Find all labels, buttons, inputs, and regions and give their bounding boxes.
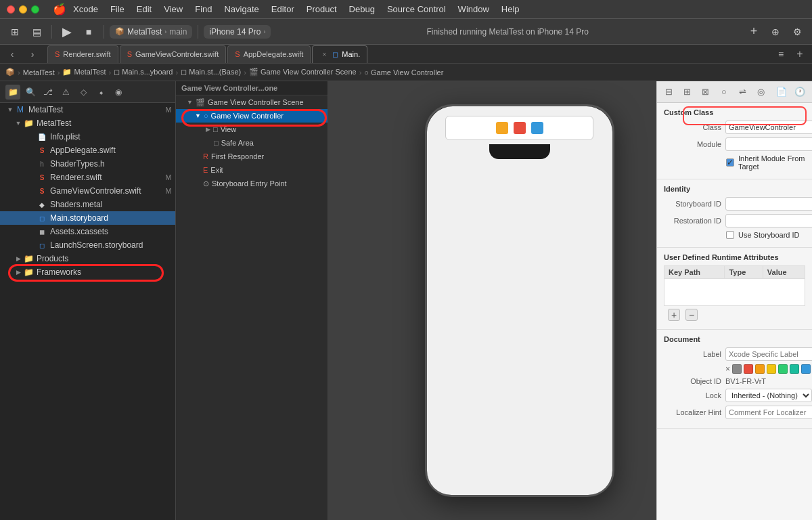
inherit-checkbox[interactable]: ✓ xyxy=(726,158,734,167)
breadcrumb-item-1[interactable]: 📦 xyxy=(5,68,15,77)
inspector-file-btn[interactable]: 📄 xyxy=(774,84,790,100)
doc-lock-select[interactable]: Inherited - (Nothing) xyxy=(725,389,812,402)
inspector-bindings-btn[interactable]: ⇌ xyxy=(735,84,750,100)
swatch-orange[interactable] xyxy=(755,364,765,374)
dot-blue xyxy=(531,122,543,134)
menu-editor[interactable]: Editor xyxy=(266,3,300,16)
menu-file[interactable]: File xyxy=(105,3,130,16)
sidebar-item-metaltest-root[interactable]: ▼ M MetalTest M xyxy=(0,103,175,116)
scene-item-root[interactable]: ▼ 🎬 Game View Controller Scene xyxy=(176,95,328,109)
sidebar-item-launchscreen[interactable]: ◻ LaunchScreen.storyboard xyxy=(0,238,175,252)
tab-gameviewcontroller-label: GameViewControler.swift xyxy=(135,50,219,58)
nav-forward-btn[interactable]: › xyxy=(23,46,42,62)
swatch-green[interactable] xyxy=(778,364,788,374)
menu-view[interactable]: View xyxy=(158,3,188,16)
tab-appdelegate[interactable]: S AppDelegate.swift xyxy=(227,45,311,63)
inspector-conn-btn[interactable]: ○ xyxy=(716,84,731,100)
folder-icon-3: 📁 xyxy=(23,267,34,278)
swatch-teal[interactable] xyxy=(790,364,799,374)
doc-label-field[interactable] xyxy=(725,347,812,361)
inspector-identity-btn[interactable]: ⊟ xyxy=(661,84,677,100)
tab-close-btn[interactable]: × xyxy=(319,49,329,59)
menu-navigate[interactable]: Navigate xyxy=(219,3,264,16)
breadcrumb-storyboard[interactable]: ◻ Main.s...yboard xyxy=(114,68,173,77)
breadcrumb-controller[interactable]: ○ Game View Controller xyxy=(364,68,443,77)
device-selector[interactable]: iPhone 14 Pro › xyxy=(204,25,271,39)
class-field[interactable] xyxy=(725,121,812,134)
scheme-selector[interactable]: 📦 MetalTest › main xyxy=(110,25,192,39)
menu-edit[interactable]: Edit xyxy=(131,3,157,16)
sidebar-test-btn[interactable]: ◇ xyxy=(76,85,91,100)
tab-menu-btn[interactable]: ≡ xyxy=(771,46,790,62)
tab-mainstoryboard[interactable]: × ◻ Main. xyxy=(312,45,367,63)
sidebar-label-renderer: Renderer.swift xyxy=(50,173,166,182)
scene-item-exit[interactable]: E Exit xyxy=(176,163,328,177)
menu-window[interactable]: Window xyxy=(453,3,495,16)
scene-item-safearea[interactable]: □ Safe Area xyxy=(176,136,328,150)
sidebar-item-shadertypes[interactable]: h ShaderTypes.h xyxy=(0,157,175,171)
sidebar-item-metaltest-group[interactable]: ▼ 📁 MetalTest xyxy=(0,116,175,130)
sidebar-issues-btn[interactable]: ⚠ xyxy=(58,85,73,100)
outline-toggle-btn[interactable]: ▤ xyxy=(27,24,46,40)
sidebar-item-assets[interactable]: ◼ Assets.xcassets xyxy=(0,225,175,238)
inspector-history-btn[interactable]: 🕐 xyxy=(792,84,808,100)
sidebar-item-frameworks[interactable]: ▶ 📁 Frameworks xyxy=(0,265,175,279)
inspector-size-btn[interactable]: ⊠ xyxy=(698,84,713,100)
storyboard-id-field[interactable] xyxy=(725,197,812,211)
sidebar-build-btn[interactable]: ◉ xyxy=(111,85,126,100)
add-tab-btn[interactable]: + xyxy=(790,46,809,62)
sidebar-item-appdelegate[interactable]: S AppDelegate.swift xyxy=(0,144,175,157)
tab-gameviewcontroller[interactable]: S GameViewControler.swift xyxy=(120,45,227,63)
menu-find[interactable]: Find xyxy=(189,3,217,16)
sidebar-item-mainstoryboard[interactable]: ◻ Main.storyboard xyxy=(0,211,175,225)
use-storyboard-checkbox[interactable] xyxy=(726,231,734,239)
run-button[interactable]: ▶ xyxy=(58,24,76,40)
module-field[interactable] xyxy=(725,137,812,151)
sidebar-toggle-btn[interactable]: ⊞ xyxy=(5,24,24,40)
content-area: 📁 🔍 ⎇ ⚠ ◇ ⬥ ◉ ▼ M MetalTest M ▼ xyxy=(0,81,812,520)
swatch-gray[interactable] xyxy=(732,364,742,374)
breadcrumb-scene[interactable]: 🎬 Game View Controller Scene xyxy=(249,68,357,77)
sidebar-files-btn[interactable]: 📁 xyxy=(5,85,20,100)
breadcrumb-metaltest[interactable]: MetalTest xyxy=(23,68,55,77)
add-attr-btn[interactable]: + xyxy=(668,309,680,321)
remove-attr-btn[interactable]: − xyxy=(685,309,698,321)
swatch-yellow[interactable] xyxy=(767,364,776,374)
swatch-blue[interactable] xyxy=(801,364,811,374)
menu-debug[interactable]: Debug xyxy=(344,3,380,16)
scene-item-view[interactable]: ▶ □ View xyxy=(176,123,328,136)
scene-item-gvc[interactable]: ▼ ○ Game View Controller xyxy=(176,109,328,123)
sidebar-item-info[interactable]: 📄 Info.plist xyxy=(0,130,175,144)
scene-item-firstresponder[interactable]: R First Responder xyxy=(176,150,328,163)
breadcrumb-base[interactable]: ◻ Main.st...(Base) xyxy=(181,68,241,77)
maximize-button[interactable] xyxy=(31,5,39,14)
swatch-red[interactable] xyxy=(744,364,753,374)
sidebar-debug-btn[interactable]: ⬥ xyxy=(93,85,108,100)
stop-button[interactable]: ■ xyxy=(79,24,98,40)
sidebar-search-btn[interactable]: 🔍 xyxy=(23,85,38,100)
menu-product[interactable]: Product xyxy=(301,3,342,16)
nav-back-btn[interactable]: ‹ xyxy=(3,46,22,62)
sidebar-item-renderer[interactable]: S Renderer.swift M xyxy=(0,171,175,184)
library-btn[interactable]: ⊕ xyxy=(766,24,785,40)
close-button[interactable] xyxy=(7,5,15,14)
doc-localizer-field[interactable] xyxy=(725,406,812,419)
menu-help[interactable]: Help xyxy=(496,3,525,16)
tab-renderer[interactable]: S Renderer.swift xyxy=(47,45,118,63)
settings-btn[interactable]: ⚙ xyxy=(788,24,807,40)
minimize-button[interactable] xyxy=(19,5,27,14)
breadcrumb-folder[interactable]: 📁 MetalTest xyxy=(62,68,106,77)
scene-item-entrypoint[interactable]: ⊙ Storyboard Entry Point xyxy=(176,177,328,190)
sidebar-item-gameviewcontroller[interactable]: S GameViewControler.swift M xyxy=(0,184,175,198)
inspector-effects-btn[interactable]: ◎ xyxy=(753,84,769,100)
sidebar-label-metaltest-group: MetalTest xyxy=(37,118,175,128)
add-btn[interactable]: + xyxy=(744,24,763,40)
menu-source-control[interactable]: Source Control xyxy=(382,3,451,16)
sidebar-item-products[interactable]: ▶ 📁 Products xyxy=(0,252,175,265)
sidebar-item-shaders[interactable]: ◆ Shaders.metal xyxy=(0,198,175,211)
sidebar-scm-btn[interactable]: ⎇ xyxy=(41,85,55,100)
menu-xcode[interactable]: Xcode xyxy=(68,3,104,16)
inspector-attr-btn[interactable]: ⊞ xyxy=(679,84,695,100)
toolbar-divider-2 xyxy=(104,25,104,39)
restoration-id-field[interactable] xyxy=(725,214,812,228)
